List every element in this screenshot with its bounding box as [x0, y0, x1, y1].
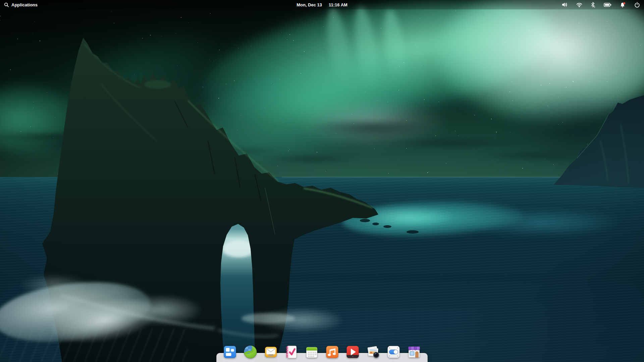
volume-indicator[interactable] [561, 2, 568, 7]
storefront-icon [407, 345, 421, 359]
bell-icon [620, 2, 626, 8]
music-note-icon [325, 345, 339, 359]
photo-stack-icon [366, 345, 380, 359]
dock-item-settings[interactable] [387, 345, 401, 359]
system-indicators [561, 2, 640, 8]
panel-time: 11:16 AM [329, 2, 347, 7]
dock-item-web[interactable] [244, 345, 258, 359]
power-indicator[interactable] [634, 2, 640, 8]
checkmark-notebook-icon [284, 345, 299, 359]
speaker-icon [561, 2, 568, 7]
window-tiles-icon [223, 345, 237, 359]
dock-item-photos[interactable] [366, 345, 380, 359]
notifications-indicator[interactable] [620, 2, 626, 8]
dock-item-music[interactable] [325, 345, 339, 359]
dock-item-tasks[interactable] [284, 345, 299, 359]
wifi-indicator[interactable] [576, 2, 582, 7]
calendar-grid-icon [305, 345, 319, 359]
dock-item-multitasking-view[interactable] [223, 345, 237, 359]
dock-item-calendar[interactable] [305, 345, 319, 359]
datetime-button[interactable]: Mon, Dec 13 11:16 AM [297, 0, 347, 9]
dock-item-mail[interactable] [264, 345, 278, 359]
search-icon [4, 2, 9, 7]
panel-date: Mon, Dec 13 [297, 2, 322, 7]
battery-icon [604, 3, 611, 7]
envelope-icon [264, 345, 278, 359]
desktop-wallpaper [0, 0, 644, 362]
globe-icon [244, 345, 258, 359]
toggle-switch-icon [387, 345, 401, 359]
play-button-icon [346, 345, 360, 359]
dock-item-appcenter[interactable] [407, 345, 421, 359]
applications-label: Applications [11, 2, 38, 7]
wifi-icon [576, 2, 582, 7]
applications-menu-button[interactable]: Applications [4, 2, 38, 7]
battery-indicator[interactable] [604, 3, 611, 7]
bluetooth-indicator[interactable] [591, 2, 595, 8]
power-icon [634, 2, 640, 8]
top-panel: Applications Mon, Dec 13 11:16 AM [0, 0, 644, 9]
notification-badge [623, 2, 625, 4]
dock-item-videos[interactable] [346, 345, 360, 359]
bluetooth-icon [591, 2, 595, 8]
